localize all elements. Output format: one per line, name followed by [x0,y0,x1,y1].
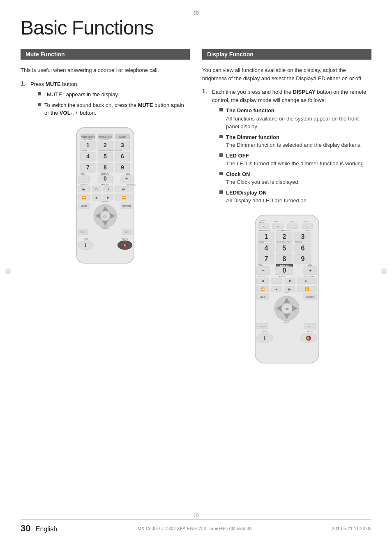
footer-file: MX-C630D-C730D-XFA-ENG-With Tape+NO AM.i… [138,526,252,531]
svg-text:▶: ▶ [288,287,291,291]
svg-text:⏸: ⏸ [106,188,110,191]
svg-text:6: 6 [301,245,304,252]
mute-intro: This is useful when answering a doorbell… [21,66,190,74]
display-function-2-content: The Dimmer function The Dimmer function … [226,133,362,149]
display-function-5-content: LED/Display ON All Display and LED are t… [226,189,308,205]
svg-text:TITLE MENU: TITLE MENU [277,230,285,232]
display-bullet-icon-3 [219,153,223,157]
svg-text:⏪: ⏪ [261,287,265,291]
svg-text:⏮: ⏮ [82,188,85,191]
svg-text:TOOLS: TOOLS [258,325,266,328]
footer-date: 2010-5-21 11:20:05 [332,526,371,531]
right-crosshair: ⊕ [381,266,387,276]
svg-text:TUNING∨: TUNING∨ [101,227,109,229]
svg-text:3: 3 [121,142,124,148]
svg-rect-136 [272,278,281,284]
svg-text:TIMER/CLOCK: TIMER/CLOCK [98,136,113,138]
svg-text:4: 4 [86,153,90,160]
right-column: Display Function You can view all functi… [202,49,371,365]
display-function-4-title: Clock ON [226,171,250,177]
mute-bullet-1: ' MUTE ' appears in the display. [38,90,190,99]
svg-text:MENU: MENU [259,296,265,298]
svg-text:RDS DISPLAY: RDS DISPLAY [126,184,136,186]
display-function-3-title: LED OFF [226,153,249,159]
mute-step1: 1. Press MUTE button: ' MUTE ' appears i… [21,80,190,120]
svg-text:TIMER ON/OFF: TIMER ON/OFF [81,136,95,138]
display-function-1: The Demo function All functions availabl… [219,107,371,131]
svg-text:MUTE: MUTE [122,238,128,240]
svg-text:SLEEP: SLEEP [305,229,311,232]
display-bullet-icon-1 [219,108,223,111]
svg-text:EXIT: EXIT [308,325,312,328]
svg-text:ℹ: ℹ [263,335,265,341]
svg-text:RETURN: RETURN [122,205,131,207]
svg-text:0: 0 [282,267,286,274]
svg-text:INFO: INFO [262,330,267,333]
mute-bullets: ' MUTE ' appears in the display. To swit… [38,90,190,117]
display-function-4-desc: The Clock you set is displayed. [226,179,300,185]
mute-bullet-2-text: To switch the sound back on, press the M… [44,101,190,117]
svg-text:3: 3 [301,233,304,240]
svg-text:VOL: VOL [81,173,85,175]
svg-text:VOL: VOL [307,264,311,266]
svg-text:A: A [263,225,264,228]
svg-text:RECORDING SPEED: RECORDING SPEED [277,241,291,243]
page-title: Basic Functions [21,16,371,39]
display-function-5-title: LED/Display ON [226,190,267,196]
svg-text:+: + [309,267,312,273]
display-bullet-icon-4 [219,172,223,175]
mute-remote-svg: TIMER ON/OFF TIMER/CLOCK SLEEP 1 2 3 DIS… [72,125,138,265]
svg-text:5: 5 [282,245,286,252]
display-function-1-content: The Demo function All functions availabl… [226,107,371,131]
display-bullet-icon-5 [219,190,223,194]
svg-text:8: 8 [104,164,107,171]
display-function-3-desc: The LED is turned off while the dimmer f… [226,160,365,167]
svg-text:RDS DISPLAY: RDS DISPLAY [304,276,314,278]
svg-text:REPEAT: REPEAT [258,241,265,243]
svg-text:MODE: MODE [259,222,264,224]
svg-text:OK: OK [103,215,107,218]
mute-bullet-1-text: ' MUTE ' appears in the display. [44,90,119,99]
svg-text:EXIT: EXIT [125,231,129,234]
display-intro: You can view all functions available on … [202,66,371,82]
svg-text:⏸: ⏸ [288,279,291,283]
svg-text:⏩: ⏩ [122,195,126,199]
display-function-2-title: The Dimmer function [226,134,279,140]
display-function-3-content: LED OFF The LED is turned off while the … [226,152,365,168]
svg-text:9: 9 [301,255,304,262]
bullet-icon-1 [38,92,41,95]
svg-text:ℹ: ℹ [85,243,86,248]
display-function-4: Clock ON The Clock you set is displayed. [219,170,371,186]
display-bullet-icon-2 [219,135,223,138]
page: ⊕ ⊕ ⊕ Basic Functions Mute Function This… [0,0,392,542]
footer: 30 English MX-C630D-C730D-XFA-ENG-With T… [21,519,371,534]
svg-text:RECORDING SPEED: RECORDING SPEED [98,150,114,152]
svg-text:□: □ [96,188,98,191]
display-remote-area: TUNING MODE A MD/ST B DSP/EQ C Q10A D TI… [202,213,371,365]
display-function-1-title: The Demo function [226,107,274,113]
svg-text:1: 1 [264,233,268,240]
display-bold: DISPLAY [293,89,316,95]
svg-text:−: − [261,267,265,273]
svg-text:C: C [291,225,293,228]
mute-remote-area: TIMER ON/OFF TIMER/CLOCK SLEEP 1 2 3 DIS… [21,125,190,265]
svg-text:SLEEP: SLEEP [119,136,126,138]
mute-bullet-2: To switch the sound back on, press the M… [38,101,190,117]
mute-step1-content: Press MUTE button: ' MUTE ' appears in t… [30,80,190,120]
page-number: 30 [21,523,30,533]
svg-text:−: − [82,176,85,182]
svg-text:⏭: ⏭ [305,279,309,283]
svg-text:B: B [277,225,278,228]
svg-text:MD/ST: MD/ST [274,220,279,222]
svg-text:OK: OK [284,308,288,310]
svg-text:⏭: ⏭ [122,188,125,191]
svg-text:7: 7 [86,164,90,171]
svg-text:TUNING∧: TUNING∧ [283,292,290,294]
svg-text:TOOLS: TOOLS [80,231,87,234]
svg-text:■: ■ [275,287,277,291]
svg-text:▶: ▶ [107,196,110,199]
display-function-5-desc: All Display and LED are turned on. [226,197,308,204]
svg-text:MENU: MENU [81,205,87,207]
svg-text:1: 1 [86,142,90,148]
left-crosshair: ⊕ [5,266,11,276]
